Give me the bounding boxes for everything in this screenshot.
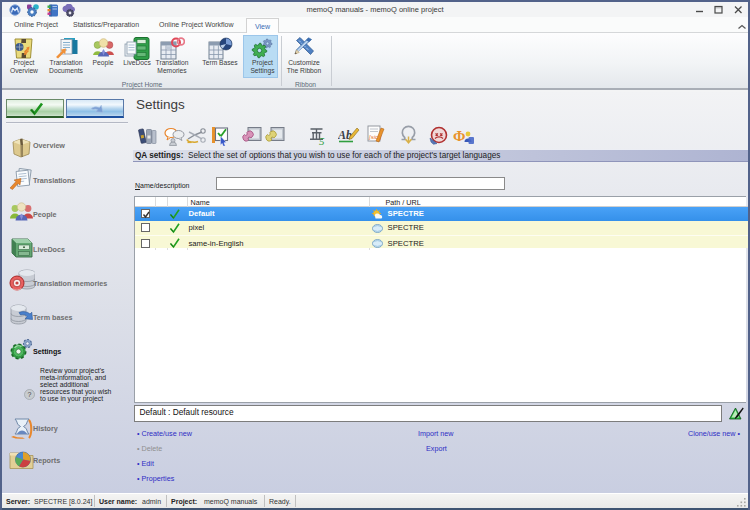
svg-text:Φ: Φ — [453, 128, 465, 144]
svg-text:?: ? — [28, 391, 32, 398]
svg-text:5: 5 — [319, 135, 325, 146]
svg-text:Ab: Ab — [338, 128, 352, 142]
